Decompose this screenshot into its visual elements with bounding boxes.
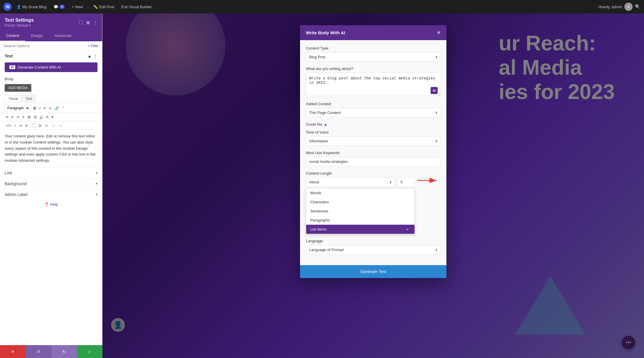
- sidebar-preset[interactable]: Preset: Default ▾: [5, 23, 34, 28]
- outdent-button[interactable]: ⇤: [24, 123, 30, 128]
- section-more-icon: ⋮: [94, 54, 97, 58]
- dropdown-left: About Words Characters Sentences Pa: [306, 177, 415, 234]
- generate-ai-button[interactable]: AI Generate Content With AI: [5, 62, 97, 72]
- bar-edit-post[interactable]: ✏️ Edit Post: [91, 4, 117, 10]
- undo-editor-button[interactable]: ←: [51, 123, 57, 128]
- bar-blog-name[interactable]: 👤 My Great Blog: [14, 4, 49, 10]
- editor-tab-visual[interactable]: Visual: [5, 95, 22, 102]
- save-button[interactable]: ✓: [77, 345, 103, 358]
- tab-content[interactable]: Content: [0, 30, 25, 41]
- wp-logo-icon[interactable]: W: [4, 3, 12, 11]
- align-justify-button[interactable]: ≡: [21, 114, 26, 120]
- link-section[interactable]: Link ▾: [0, 167, 102, 178]
- underline-button[interactable]: U: [39, 114, 44, 120]
- length-about-select[interactable]: About: [306, 177, 395, 187]
- language-group: Language Language of Prompt: [306, 239, 441, 255]
- guide-me-arrow-icon: ▲: [323, 122, 327, 127]
- writing-about-group: What are you writing about? AI: [306, 67, 441, 97]
- help-button[interactable]: ❓ Help: [0, 200, 102, 209]
- content-length-row: About Words Characters Sentences Pa: [306, 177, 441, 234]
- italic-button[interactable]: I: [38, 105, 42, 111]
- textarea-ai-icon[interactable]: AI: [431, 87, 438, 94]
- generate-text-button[interactable]: Generate Text: [300, 265, 446, 278]
- language-select[interactable]: Language of Prompt: [306, 245, 441, 255]
- wp-admin-bar: W 👤 My Great Blog 💬 0 + New | ✏️ Edit Po…: [0, 0, 644, 13]
- ol-button[interactable]: ≡: [48, 105, 53, 111]
- more-toolbar-button[interactable]: ▾: [50, 114, 55, 120]
- guide-me-link[interactable]: Guide Me ▲: [306, 122, 441, 127]
- content-type-select[interactable]: Blog Post Article Social Media Post: [306, 52, 441, 62]
- content-type-select-wrapper: Blog Post Article Social Media Post: [306, 52, 441, 62]
- align-center-button[interactable]: ≡: [10, 114, 15, 120]
- columns-icon[interactable]: ⊞: [86, 20, 90, 25]
- fullscreen-icon[interactable]: ⛶: [79, 20, 83, 25]
- dropdown-item-paragraphs[interactable]: Paragraphs: [306, 216, 415, 225]
- toolbar-row-3: </> i ⇥ ⇤ ⛶ Ω ☺ ← →: [0, 121, 102, 130]
- ul-button[interactable]: ≡: [42, 105, 47, 111]
- sidebar-footer: ✕ ↺ ↻ ✓: [0, 345, 102, 358]
- source-button[interactable]: </>: [5, 123, 13, 128]
- modal-close-button[interactable]: ✕: [437, 30, 441, 35]
- dropdown-item-words[interactable]: Words: [306, 188, 415, 197]
- modal-body: Content Type Blog Post Article Social Me…: [300, 40, 446, 265]
- search-input[interactable]: [4, 44, 85, 48]
- filter-button[interactable]: + Filter: [88, 44, 99, 48]
- align-right-button[interactable]: ≡: [16, 114, 20, 120]
- redo-button[interactable]: ↻: [51, 345, 77, 358]
- ai-modal: Write Body With AI ✕ Content Type Blog P…: [300, 25, 446, 278]
- dropdown-item-characters[interactable]: Characters: [306, 197, 415, 207]
- strikethrough-button[interactable]: S: [33, 114, 38, 120]
- cancel-button[interactable]: ✕: [0, 345, 26, 358]
- tone-select[interactable]: Informative Casual Formal: [306, 136, 441, 146]
- redo-editor-button[interactable]: →: [58, 123, 64, 128]
- language-label: Language: [306, 239, 441, 243]
- background-section[interactable]: Background ▾: [0, 178, 102, 189]
- add-media-button[interactable]: ADD MEDIA: [5, 84, 31, 92]
- indent-button[interactable]: ⇥: [18, 123, 23, 128]
- undo-button[interactable]: ↺: [26, 345, 52, 358]
- length-about-wrapper: About: [306, 177, 395, 187]
- search-icon[interactable]: 🔍: [635, 4, 640, 9]
- writing-about-textarea[interactable]: [306, 73, 441, 96]
- chevron-down-icon: ▾: [29, 23, 31, 28]
- bar-exit-builder[interactable]: Exit Visual Builder: [119, 4, 154, 10]
- bold-button[interactable]: B: [32, 105, 37, 111]
- sidebar-content: Text ▲ ⋮ AI Generate Content With AI Bod…: [0, 51, 102, 358]
- italic2-button[interactable]: i: [13, 123, 17, 128]
- text-section-header[interactable]: Text ▲ ⋮: [0, 51, 102, 60]
- tab-advanced[interactable]: Advanced: [49, 30, 77, 41]
- table-button[interactable]: ⊞: [26, 114, 32, 120]
- background-chevron-icon: ▾: [96, 182, 97, 186]
- fullscreen-editor-button[interactable]: ⛶: [30, 123, 37, 128]
- arrow-indicator: [417, 177, 441, 184]
- keywords-input[interactable]: [306, 157, 441, 166]
- color-button[interactable]: A: [44, 114, 49, 120]
- pencil-icon: ✏️: [93, 5, 98, 9]
- admin-label-chevron-icon: ▾: [96, 192, 97, 197]
- person-icon: 👤: [16, 5, 21, 9]
- keywords-group: Must Use Keywords: [306, 151, 441, 166]
- chevron-up-icon: ▲: [88, 54, 91, 58]
- tab-design[interactable]: Design: [25, 30, 49, 41]
- more-icon[interactable]: ⋮: [93, 20, 97, 25]
- added-context-label: Added Context: [306, 102, 441, 106]
- text-section-title: Text: [5, 54, 13, 58]
- body-label: Body: [0, 76, 102, 83]
- cancel-icon: ✕: [11, 349, 15, 354]
- sidebar-title: Text Settings: [5, 18, 34, 23]
- length-number-input[interactable]: [397, 177, 415, 187]
- bar-comments[interactable]: 💬 0: [51, 4, 67, 10]
- link-button[interactable]: 🔗: [53, 105, 60, 111]
- special-char-button[interactable]: Ω: [37, 123, 43, 128]
- admin-label-section[interactable]: Admin Label ▾: [0, 189, 102, 200]
- modal-overlay: Write Body With AI ✕ Content Type Blog P…: [102, 13, 644, 358]
- added-context-select[interactable]: This Page Content None: [306, 108, 441, 117]
- align-left-button[interactable]: ≡: [5, 114, 9, 120]
- paragraph-select[interactable]: Paragraph: [5, 105, 30, 111]
- bar-new[interactable]: + New: [69, 4, 85, 10]
- dropdown-item-sentences[interactable]: Sentences: [306, 207, 415, 216]
- editor-tab-text[interactable]: Text: [22, 95, 36, 102]
- emoji-button[interactable]: ☺: [43, 123, 49, 128]
- dropdown-item-list-items[interactable]: List Items ✓: [306, 225, 415, 234]
- quote-button[interactable]: ": [61, 105, 65, 111]
